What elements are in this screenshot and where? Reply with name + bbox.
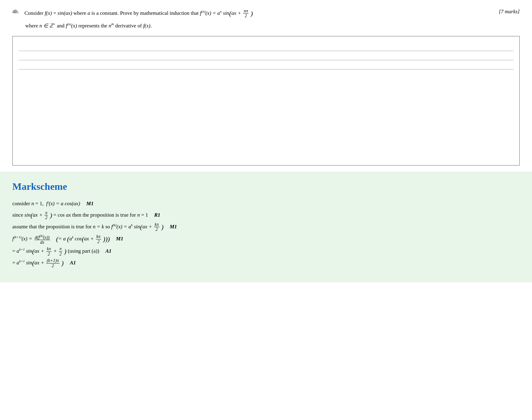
ms-text-5: = ak+1 sin(ax + kπ 2 + π 2 ) (using part… [12, 247, 99, 256]
question-header: 4b. Consider f(x) = sin(ax) where a is a… [12, 9, 520, 18]
question-section: 4b. Consider f(x) = sin(ax) where a is a… [0, 0, 532, 172]
question-text: Consider f(x) = sin(ax) where a is a con… [24, 9, 493, 18]
ms-line-1: consider n = 1, f′(x) = a cos(ax) M1 [12, 199, 520, 209]
ms-line-5: = ak+1 sin(ax + kπ 2 + π 2 ) (using part… [12, 247, 520, 256]
ms-line-4: f(k+1)(x) = d(f(k)(x)) dx (= a (ak cos(a… [12, 234, 520, 245]
dot-line-2 [19, 60, 513, 60]
ms-text-2: since sin(ax + π 2 ) = cos ax then the p… [12, 210, 148, 220]
ms-text-3: assume that the proposition is true for … [12, 222, 163, 232]
dot-line-3 [19, 69, 513, 70]
ms-mark-1: M1 [86, 199, 94, 209]
answer-box [12, 36, 520, 165]
ms-line-6: = ak+1 sin(ax + (k+1)π 2 ) A1 [12, 258, 520, 268]
markscheme-title: Markscheme [12, 181, 520, 192]
ms-mark-2: R1 [154, 210, 160, 220]
ms-line-2: since sin(ax + π 2 ) = cos ax then the p… [12, 210, 520, 220]
markscheme-section: Markscheme consider n = 1, f′(x) = a cos… [0, 172, 532, 282]
question-number: 4b. [12, 9, 19, 15]
question-subtext: where n ∈ ℤ+ and f(n)(x) represents the … [25, 22, 520, 30]
ms-mark-3: M1 [170, 222, 177, 232]
dot-line-1 [19, 51, 513, 51]
ms-mark-4: M1 [116, 234, 123, 244]
ms-mark-6: A1 [70, 258, 76, 268]
ms-mark-5: A1 [105, 247, 112, 256]
ms-text-4: f(k+1)(x) = d(f(k)(x)) dx (= a (ak cos(a… [12, 234, 110, 245]
marks-label: [7 marks] [499, 9, 520, 15]
ms-line-3: assume that the proposition is true for … [12, 222, 520, 232]
ms-text-6: = ak+1 sin(ax + (k+1)π 2 ) [12, 258, 64, 268]
ms-text-1: consider n = 1, f′(x) = a cos(ax) [12, 199, 80, 209]
